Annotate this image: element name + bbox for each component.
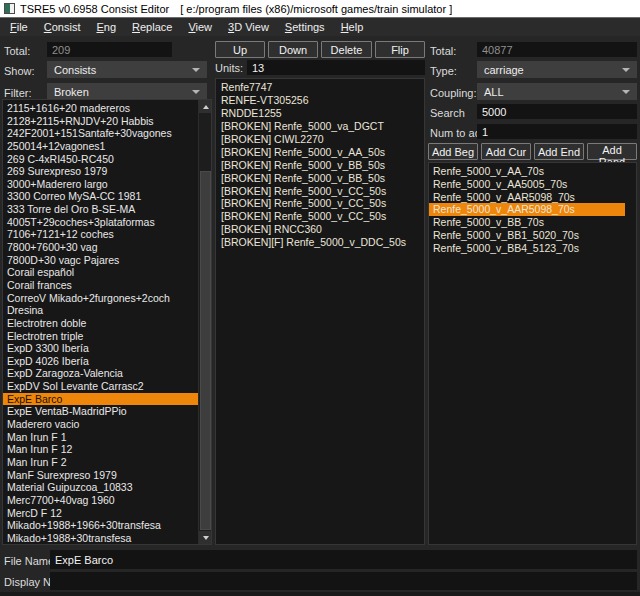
consist-list-item[interactable]: 2115+1616+20 madereros: [3, 102, 198, 115]
filter-dropdown[interactable]: Broken: [47, 83, 207, 100]
unit-list-item[interactable]: [BROKEN] Renfe_5000_v_BB_50s: [216, 159, 424, 172]
consist-list-item[interactable]: Mikado+1988+30transfesa: [3, 532, 198, 545]
stock-list-item[interactable]: Renfe_5000_v_BB1_5020_70s: [429, 229, 625, 242]
consist-list-item[interactable]: 3300 Correo MySA-CC 1981: [3, 190, 198, 203]
unit-list-item[interactable]: [BROKEN] RNCC360: [216, 223, 424, 236]
consist-list-item[interactable]: Corail español: [3, 266, 198, 279]
consist-list-item[interactable]: ExpD 3300 Ibería: [3, 342, 198, 355]
consist-list-item[interactable]: MercD F 12: [3, 507, 198, 520]
delete-button[interactable]: Delete: [321, 41, 372, 58]
num-to-add-input[interactable]: [477, 124, 637, 139]
stock-list-item[interactable]: Renfe_5000_v_AAR5098_70s: [429, 191, 625, 204]
menu-item-view[interactable]: View: [180, 18, 220, 36]
consist-list-item[interactable]: ExpD 4026 Ibería: [3, 355, 198, 368]
consists-total-field[interactable]: [47, 42, 172, 57]
consist-list-item[interactable]: ManF Surexpreso 1979: [3, 469, 198, 482]
scroll-up-button[interactable]: [199, 100, 212, 113]
consist-list-item[interactable]: Maderero vacio: [3, 418, 198, 431]
down-button[interactable]: Down: [268, 41, 318, 58]
consist-list-item[interactable]: Man Irun F 2: [3, 456, 198, 469]
consist-list-item[interactable]: 7106+7121+12 coches: [3, 228, 198, 241]
chevron-down-icon: [622, 90, 630, 94]
search-input[interactable]: [477, 104, 637, 119]
flip-button[interactable]: Flip: [375, 41, 425, 58]
consist-list-item[interactable]: Corail frances: [3, 279, 198, 292]
consist-list-item[interactable]: Mikado+1988+1966+30transfesa: [3, 519, 198, 532]
stock-list-item[interactable]: Renfe_5000_v_BB4_5123_70s: [429, 242, 625, 255]
consist-list-item[interactable]: 269 C-4xRI450-RC450: [3, 153, 198, 166]
consist-list-item[interactable]: ExpE Barco: [3, 393, 198, 406]
consist-list-item[interactable]: 7800+7600+30 vag: [3, 241, 198, 254]
stock-list[interactable]: Renfe_5000_v_AA_70sRenfe_5000_v_AA5005_7…: [428, 162, 637, 545]
consist-list-item[interactable]: Merc7700+40vag 1960: [3, 494, 198, 507]
menu-item-3d-view[interactable]: 3D View: [220, 18, 277, 36]
consist-list-item[interactable]: 333 Torre del Oro B-SE-MA: [3, 203, 198, 216]
menu-item-help[interactable]: Help: [333, 18, 372, 36]
scroll-up-icon: [203, 105, 209, 109]
filter-dropdown-value: Broken: [54, 86, 89, 98]
scroll-down-button[interactable]: [199, 531, 212, 544]
consist-list-item[interactable]: ExpDV Sol Levante Carrasc2: [3, 380, 198, 393]
consists-list-scrollbar[interactable]: [198, 100, 211, 544]
units-field[interactable]: [247, 60, 425, 75]
menu-item-eng[interactable]: Eng: [88, 18, 124, 36]
menu-item-replace[interactable]: Replace: [124, 18, 180, 36]
unit-list-item[interactable]: [BROKEN] Renfe_5000_v_AA_50s: [216, 146, 424, 159]
consist-list-item[interactable]: 2128+2115+RNJDV+20 Habbis: [3, 115, 198, 128]
up-button[interactable]: Up: [215, 41, 265, 58]
unit-list-item[interactable]: [BROKEN] Renfe_5000_v_BB_50s: [216, 172, 424, 185]
stock-list-item[interactable]: Renfe_5000_v_AA_70s: [429, 165, 625, 178]
titlebar: TSRE5 v0.6958 Consist Editor [ e:/progra…: [0, 0, 640, 17]
consists-list[interactable]: 2115+1616+20 madereros2128+2115+RNJDV+20…: [2, 99, 212, 545]
menubar: File Consist Eng Replace View 3D View Se…: [0, 17, 640, 36]
unit-list-item[interactable]: [BROKEN][F] Renfe_5000_v_DDC_50s: [216, 236, 424, 249]
menu-item-file[interactable]: File: [2, 18, 36, 36]
consist-list-item[interactable]: ExpE VentaB-MadridPPio: [3, 405, 198, 418]
consists-total-label: Total:: [4, 44, 30, 59]
stock-list-item[interactable]: Renfe_5000_v_AAR5098_70s: [429, 203, 625, 216]
type-dropdown[interactable]: carriage: [477, 61, 637, 78]
unit-list-item[interactable]: RNDDE1255: [216, 107, 424, 120]
display-name-input[interactable]: [50, 572, 637, 590]
units-list[interactable]: Renfe7747RENFE-VT305256RNDDE1255[BROKEN]…: [215, 78, 425, 545]
show-dropdown[interactable]: Consists: [47, 61, 207, 78]
window-title: TSRE5 v0.6958 Consist Editor: [20, 3, 169, 15]
unit-list-item[interactable]: [BROKEN] Renfe_5000_v_CC_50s: [216, 210, 424, 223]
stock-total-field[interactable]: [477, 42, 637, 57]
menu-item-consist[interactable]: Consist: [36, 18, 89, 36]
add-beg-button[interactable]: Add Beg: [428, 143, 478, 160]
consist-list-item[interactable]: ExpD Zaragoza-Valencia: [3, 367, 198, 380]
consist-list-item[interactable]: Dresina: [3, 304, 198, 317]
unit-list-item[interactable]: RENFE-VT305256: [216, 94, 424, 107]
add-rand-button[interactable]: Add Rand: [587, 143, 637, 160]
unit-list-item[interactable]: [BROKEN] Renfe_5000_v_CC_50s: [216, 197, 424, 210]
consist-list-item[interactable]: Man Irun F 12: [3, 443, 198, 456]
consist-list-item[interactable]: 269 Surexpreso 1979: [3, 165, 198, 178]
consist-list-item[interactable]: 7800D+30 vagc Pajares: [3, 254, 198, 267]
consist-list-item[interactable]: 4005T+29coches+3plataformas: [3, 216, 198, 229]
chevron-down-icon: [192, 90, 200, 94]
consist-list-item[interactable]: 3000+Maderero largo: [3, 178, 198, 191]
stock-list-item[interactable]: Renfe_5000_v_BB_70s: [429, 216, 625, 229]
consist-list-item[interactable]: Electrotren triple: [3, 330, 198, 343]
file-name-input[interactable]: [50, 550, 637, 569]
unit-list-item[interactable]: Renfe7747: [216, 81, 424, 94]
consist-list-item[interactable]: CorreoV Mikado+2furgones+2coch: [3, 292, 198, 305]
unit-list-item[interactable]: [BROKEN] CIWL2270: [216, 133, 424, 146]
unit-list-item[interactable]: [BROKEN] Renfe_5000_va_DGCT: [216, 120, 424, 133]
menu-item-settings[interactable]: Settings: [277, 18, 333, 36]
coupling-dropdown[interactable]: ALL: [477, 83, 637, 100]
consist-list-item[interactable]: Man Irun F 1: [3, 431, 198, 444]
consist-list-item[interactable]: Material Guipuzcoa_10833: [3, 481, 198, 494]
tsre5-consist-editor-window: { "window": { "title_app": "TSRE5 v0.695…: [0, 0, 640, 596]
add-end-button[interactable]: Add End: [534, 143, 584, 160]
stock-list-item[interactable]: Renfe_5000_v_AA5005_70s: [429, 178, 625, 191]
add-cur-button[interactable]: Add Cur: [481, 143, 531, 160]
type-label: Type:: [430, 64, 457, 79]
consist-list-item[interactable]: Electrotren doble: [3, 317, 198, 330]
consist-list-item[interactable]: 242F2001+151Santafe+30vagones: [3, 127, 198, 140]
scrollbar-thumb[interactable]: [200, 171, 211, 530]
unit-list-item[interactable]: [BROKEN] Renfe_5000_v_CC_50s: [216, 185, 424, 198]
show-dropdown-value: Consists: [54, 64, 96, 76]
consist-list-item[interactable]: 250014+12vagones1: [3, 140, 198, 153]
